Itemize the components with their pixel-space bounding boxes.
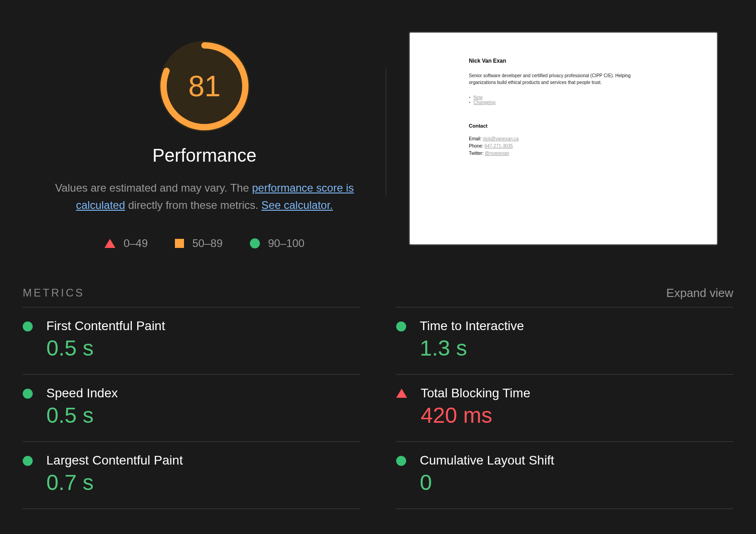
link-see-calculator[interactable]: See calculator. <box>261 199 333 211</box>
metric-label: Total Blocking Time <box>421 386 733 400</box>
preview-email-label: Email: <box>469 136 483 141</box>
screenshot-panel: Nick Van Exan Senior software developer … <box>409 23 733 250</box>
metric-value: 0.5 s <box>46 403 360 428</box>
legend-fail: 0–49 <box>104 237 148 250</box>
preview-link-item: Now <box>469 95 658 100</box>
preview-phone-row: Phone: 647-271-3035 <box>469 143 658 150</box>
metric-value: 420 ms <box>421 403 733 428</box>
page-screenshot: Nick Van Exan Senior software developer … <box>409 32 718 245</box>
metric-content: First Contentful Paint 0.5 s <box>46 319 360 361</box>
average-icon <box>175 239 184 248</box>
metric-speed-index[interactable]: Speed Index 0.5 s <box>23 374 360 441</box>
vertical-divider <box>386 68 386 195</box>
desc-middle: directly from these metrics. <box>125 199 261 211</box>
desc-prefix: Values are estimated and may vary. The <box>55 182 252 194</box>
preview-phone: 647-271-3035 <box>484 143 512 148</box>
metric-value: 0 <box>420 470 733 495</box>
fail-icon <box>104 239 115 248</box>
metrics-header: METRICS Expand view <box>23 286 733 300</box>
preview-twitter-label: Twitter: <box>469 151 485 156</box>
performance-description: Values are estimated and may vary. The p… <box>41 179 368 214</box>
metric-label: Speed Index <box>46 386 360 400</box>
metric-label: Cumulative Layout Shift <box>420 453 733 468</box>
legend-fail-label: 0–49 <box>124 237 148 250</box>
legend-pass-label: 90–100 <box>268 237 304 250</box>
preview-twitter: @nvanexan <box>485 151 509 156</box>
summary-section: 81 Performance Values are estimated and … <box>23 23 733 250</box>
preview-name: Nick Van Exan <box>469 58 658 64</box>
metrics-grid: First Contentful Paint 0.5 s Speed Index… <box>23 307 733 509</box>
preview-contact-heading: Contact <box>469 123 658 129</box>
preview-link-item: Changelog <box>469 100 658 105</box>
metric-lcp[interactable]: Largest Contentful Paint 0.7 s <box>23 441 360 509</box>
metrics-col-right: Time to Interactive 1.3 s Total Blocking… <box>396 307 733 509</box>
pass-icon <box>250 238 260 248</box>
performance-panel: 81 Performance Values are estimated and … <box>23 23 386 250</box>
metric-content: Total Blocking Time 420 ms <box>421 386 733 428</box>
score-legend: 0–49 50–89 90–100 <box>104 237 304 250</box>
legend-average: 50–89 <box>175 237 223 250</box>
preview-links: Now Changelog <box>469 95 658 105</box>
expand-view-toggle[interactable]: Expand view <box>666 286 733 300</box>
pass-icon <box>23 321 33 331</box>
pass-icon <box>23 456 33 466</box>
preview-contact: Email: nick@vanexan.ca Phone: 647-271-30… <box>469 135 658 157</box>
preview-twitter-row: Twitter: @nvanexan <box>469 150 658 157</box>
preview-phone-label: Phone: <box>469 143 484 148</box>
metric-content: Largest Contentful Paint 0.7 s <box>46 453 360 495</box>
metric-label: Time to Interactive <box>420 319 733 333</box>
preview-email-row: Email: nick@vanexan.ca <box>469 135 658 143</box>
metric-content: Time to Interactive 1.3 s <box>420 319 733 361</box>
metric-cls[interactable]: Cumulative Layout Shift 0 <box>396 441 733 509</box>
metric-value: 0.5 s <box>46 336 360 361</box>
metric-label: First Contentful Paint <box>46 319 360 333</box>
legend-average-label: 50–89 <box>192 237 223 250</box>
score-gauge: 81 <box>159 41 250 132</box>
preview-link-now: Now <box>473 95 482 100</box>
metric-value: 0.7 s <box>46 470 360 495</box>
preview-email: nick@vanexan.ca <box>483 136 519 141</box>
pass-icon <box>23 389 33 399</box>
metric-tti[interactable]: Time to Interactive 1.3 s <box>396 307 733 374</box>
metric-content: Speed Index 0.5 s <box>46 386 360 428</box>
metrics-col-left: First Contentful Paint 0.5 s Speed Index… <box>23 307 360 509</box>
legend-pass: 90–100 <box>250 237 304 250</box>
metric-label: Largest Contentful Paint <box>46 453 360 468</box>
pass-icon <box>396 456 406 466</box>
performance-title: Performance <box>153 145 257 166</box>
metric-value: 1.3 s <box>420 336 733 361</box>
preview-desc: Senior software developer and certified … <box>469 72 658 86</box>
preview-link-changelog: Changelog <box>473 100 495 105</box>
metric-tbt[interactable]: Total Blocking Time 420 ms <box>396 374 733 441</box>
metric-fcp[interactable]: First Contentful Paint 0.5 s <box>23 307 360 374</box>
metric-content: Cumulative Layout Shift 0 <box>420 453 733 495</box>
metrics-title: METRICS <box>23 287 85 299</box>
gauge-score-value: 81 <box>188 69 220 103</box>
fail-icon <box>396 389 407 398</box>
pass-icon <box>396 321 406 331</box>
